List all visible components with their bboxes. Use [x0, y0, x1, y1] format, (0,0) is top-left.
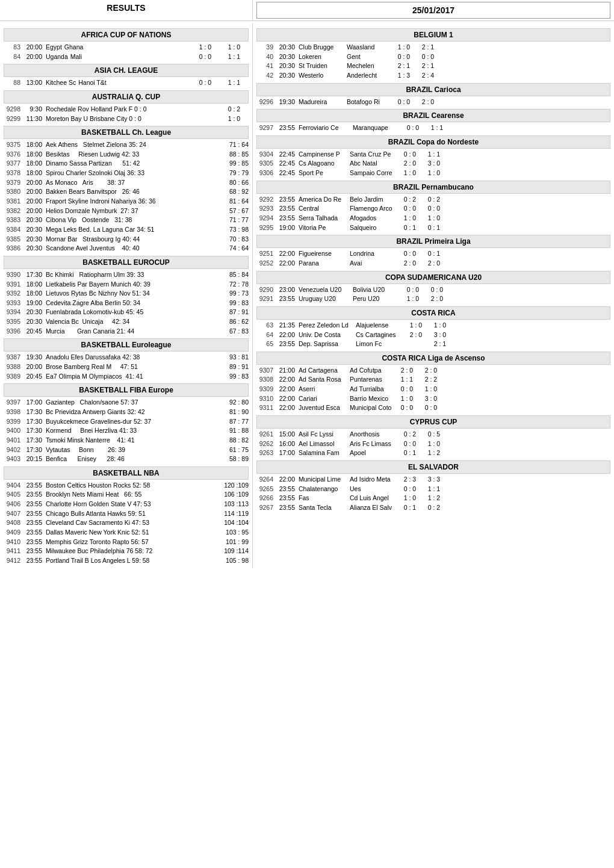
match-row: 939520:30Valencia Bc Unicaja 42: 3486 : …	[4, 317, 249, 327]
section-asia: ASIA CH. LEAGUE	[4, 64, 249, 77]
match-row: 938220:00Helios Domzale Nymburk 27: 3757…	[4, 206, 249, 216]
section-bball-euroleague: BASKETBALL Euroleague	[4, 338, 249, 352]
match-row: 940423:55Boston Celtics Houston Rocks 52…	[4, 481, 249, 491]
match-row: 4020:30LokerenGent0 : 00 : 0	[256, 52, 610, 62]
match-row: 939817:30Bc Prievidza Antwerp Giants 32:…	[4, 408, 249, 417]
match-row: 926216:00Ael LimassolAris Fc Limass0 : 0…	[256, 439, 610, 449]
match-row: 929223:55America Do ReBelo Jardim0 : 20 …	[256, 195, 610, 205]
section-belgium1: BELGIUM 1	[256, 28, 610, 42]
match-row: 926623:55FasCd Luis Angel1 : 01 : 2	[256, 494, 610, 503]
match-row: 930622:45Sport PeSampaio Corre1 : 01 : 0	[256, 169, 610, 178]
match-row: 930522:45Cs AlagoanoAbc Natal2 : 03 : 0	[256, 159, 610, 169]
match-row: 937618:00Besiktas Riesen Ludwig 42: 3388…	[4, 150, 249, 160]
match-row: 84 20:00 Uganda Mali 0 : 0 1 : 1	[4, 52, 249, 62]
match-row: 940823:55Cleveland Cav Sacramento Ki 47:…	[4, 518, 249, 528]
match-row: 940320:15Benfica Enisey 28: 4658 : 89	[4, 454, 249, 464]
match-row: 926723:55Santa TeclaAlianza El Salv0 : 1…	[256, 503, 610, 513]
match-row: 929619:30MadureiraBotafogo Ri0 : 02 : 0	[256, 98, 610, 107]
match-row: 938020:00Bakken Bears Banvitspor 26: 466…	[4, 187, 249, 197]
match-row: 937818:00Spirou Charler Szolnoki Olaj 36…	[4, 169, 249, 178]
match-row: 938520:30Mornar Bar Strasbourg Ig 40: 44…	[4, 235, 249, 244]
section-copa-sudamericana: COPA SUDAMERICANA U20	[256, 271, 610, 284]
date-title: 25/01/2017	[256, 2, 610, 19]
match-row: 938120:00Fraport Skyline Indroni Nahariy…	[4, 197, 249, 206]
match-row: 929723:55Ferroviario CeMaranquape0 : 01 …	[256, 123, 610, 133]
match-row: 929323:55CentralFlamengo Arco0 : 00 : 0	[256, 204, 610, 214]
section-brazil-nordeste: BRAZIL Copa do Nordeste	[256, 135, 610, 149]
match-row: 6321:35Perez Zeledon LdAlajuelense1 : 01…	[256, 321, 610, 330]
section-bball-ch: BASKETBALL Ch. League	[4, 126, 249, 139]
match-row: 938620:30Scandone Avel Juventus 40: 4074…	[4, 244, 249, 253]
match-row: 930922:00AserriAd Turrialba0 : 01 : 0	[256, 385, 610, 394]
match-row: 940117:30Tsmoki Minsk Nanterre 41: 4188 …	[4, 436, 249, 445]
section-cyprus: CYPRUS CUP	[256, 415, 610, 429]
match-row: 937718:00Dinamo Sassa Partizan 51: 4299 …	[4, 159, 249, 169]
results-title: RESULTS	[0, 0, 253, 20]
match-row: 938920:45Ea7 Olimpia M Olympiacos 41: 41…	[4, 372, 249, 382]
section-bball-nba: BASKETBALL NBA	[4, 467, 249, 480]
match-row: 937518:00Aek Athens Stelmet Zielona 35: …	[4, 140, 249, 150]
section-costa-rica-ascenso: COSTA RICA Liga de Ascenso	[256, 352, 610, 365]
match-row: 926317:00Salamina FamApoel0 : 11 : 2	[256, 448, 610, 458]
match-row: 3920:30Club BruggeWaasland1 : 02 : 1	[256, 43, 610, 52]
match-row: 926422:00Municipal LimeAd Isidro Meta2 :…	[256, 475, 610, 485]
match-row: 9298 9:30 Rochedale Rov Holland Park F 0…	[4, 105, 249, 114]
match-row: 939017:30Bc Khimki Ratiopharm Ulm 39: 33…	[4, 270, 249, 280]
match-row: 939218:00Lietuvos Rytas Bc Nizhny Nov 51…	[4, 289, 249, 299]
section-brazil-pernambucano: BRAZIL Pernambucano	[256, 181, 610, 194]
match-row: 926115:00Asil Fc LyssiAnorthosis0 : 20 :…	[256, 430, 610, 439]
section-brazil-carioca: BRAZIL Carioca	[256, 83, 610, 96]
match-row: 83 20:00 Egypt Ghana 1 : 0 1 : 0	[4, 43, 249, 52]
section-brazil-primeira: BRAZIL Primeira Liga	[256, 235, 610, 248]
match-row: 939620:45Murcia Gran Canaria 21: 4467 : …	[4, 327, 249, 336]
match-row: 929519:00Vitoria PeSalqueiro0 : 10 : 1	[256, 223, 610, 233]
match-row: 929123:55Uruguay U20Peru U201 : 02 : 0	[256, 294, 610, 304]
match-row: 939420:30Fuenlabrada Lokomotiv-kub 45: 4…	[4, 308, 249, 317]
section-bball-euro: BASKETBALL EUROCUP	[4, 256, 249, 269]
match-row: 925222:00ParanaAvai2 : 02 : 0	[256, 259, 610, 268]
match-row: 930822:00Ad Santa RosaPuntarenas1 : 12 :…	[256, 375, 610, 385]
match-row: 939118:00Lietkabelis Par Bayern Munich 4…	[4, 280, 249, 290]
match-row: 941123:55Milwaukee Buc Philadelphia 76 5…	[4, 547, 249, 556]
match-row: 938719:30Anadolu Efes Darussafaka 42: 38…	[4, 353, 249, 362]
match-row: 938820:00Brose Bamberg Real M 47: 5189 :…	[4, 362, 249, 372]
section-australia: AUSTRALIA Q. CUP	[4, 90, 249, 104]
match-row: 938320:30Cibona Vip Oostende 31: 3871 : …	[4, 215, 249, 225]
match-row: 9299 11:30 Moreton Bay U Brisbane City 0…	[4, 114, 249, 124]
section-africa: AFRICA CUP OF NATIONS	[4, 28, 249, 42]
match-row: 938420:30Mega Leks Bed. La Laguna Car 34…	[4, 225, 249, 235]
match-row: 940723:55Chicago Bulls Atlanta Hawks 59:…	[4, 509, 249, 519]
match-row: 926523:55ChalatenangoUes0 : 01 : 1	[256, 485, 610, 494]
match-row: 931122:00Juventud EscaMunicipal Coto0 : …	[256, 403, 610, 413]
match-row: 930422:45Campinense PSanta Cruz Pe0 : 01…	[256, 150, 610, 160]
match-row: 929023:00Venezuela U20Bolivia U200 : 00 …	[256, 285, 610, 295]
match-row: 925122:00FigueirenseLondrina0 : 00 : 1	[256, 249, 610, 259]
match-row: 941223:55Portland Trail B Los Angeles L …	[4, 556, 249, 566]
page-header: RESULTS 25/01/2017	[0, 0, 614, 21]
left-column: AFRICA CUP OF NATIONS 83 20:00 Egypt Gha…	[0, 23, 253, 568]
section-bball-fiba: BASKETBALL FIBA Europe	[4, 383, 249, 397]
section-el-salvador: EL SALVADOR	[256, 460, 610, 474]
match-row: 88 13:00 Kitchee Sc Hanoi T&t 0 : 0 1 : …	[4, 78, 249, 88]
match-row: 4120:30St TruidenMechelen2 : 12 : 1	[256, 61, 610, 71]
match-row: 4220:30WesterloAnderlecht1 : 32 : 4	[256, 71, 610, 81]
match-row: 941023:55Memphis Grizz Toronto Rapto 56:…	[4, 538, 249, 547]
match-row: 930721:00Ad CartagenaAd Cofutpa2 : 02 : …	[256, 366, 610, 376]
match-row: 940217:30Vytautas Bonn 26: 3961 : 75	[4, 445, 249, 455]
main-content: AFRICA CUP OF NATIONS 83 20:00 Egypt Gha…	[0, 23, 614, 568]
match-row: 940523:55Brooklyn Nets Miami Heat 66: 55…	[4, 490, 249, 500]
match-row: 6422:00Univ. De CostaCs Cartagines2 : 03…	[256, 330, 610, 340]
match-row: 940923:55Dallas Maveric New York Knic 52…	[4, 528, 249, 538]
match-row: 939917:30Buyukcekmece Gravelines-dur 52:…	[4, 417, 249, 427]
match-row: 6523:55Dep. SaprissaLimon Fc2 : 1	[256, 339, 610, 349]
match-row: 939319:00Cedevita Zagre Alba Berlin 50: …	[4, 299, 249, 308]
match-row: 939717:00Gaziantep Chalon/saone 57: 3792…	[4, 398, 249, 408]
match-row: 940017:30Kormend Bnei Herzliva 41: 3391 …	[4, 426, 249, 436]
section-brazil-cearense: BRAZIL Cearense	[256, 109, 610, 122]
section-costa-rica: COSTA RICA	[256, 306, 610, 320]
match-row: 929423:55Serra TalhadaAfogados1 : 01 : 0	[256, 214, 610, 223]
match-row: 937920:00As Monaco Aris 38: 3780 : 66	[4, 178, 249, 188]
match-row: 940623:55Charlotte Horn Golden State V 4…	[4, 500, 249, 509]
right-column: BELGIUM 1 3920:30Club BruggeWaasland1 : …	[253, 23, 614, 568]
match-row: 931022:00CariariBarrio Mexico1 : 03 : 0	[256, 394, 610, 404]
